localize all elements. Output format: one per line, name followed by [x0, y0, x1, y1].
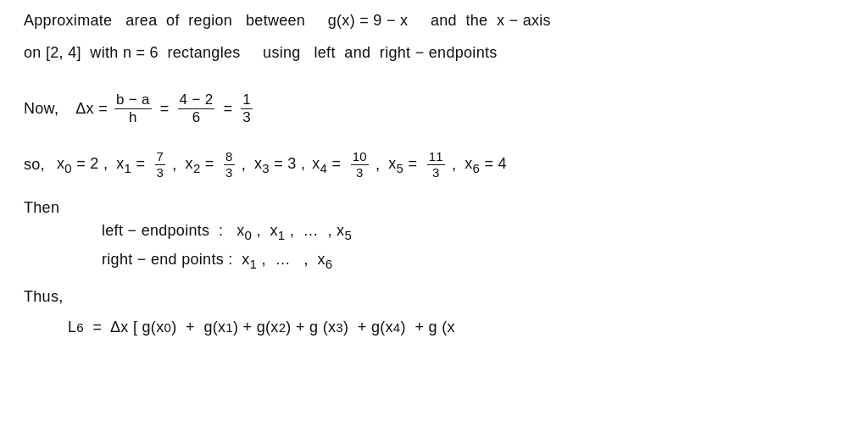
frac-b-minus-a-over-h: b − a h	[114, 92, 152, 127]
x6: x6 = 4	[465, 155, 507, 175]
x2: x2 =	[186, 155, 219, 175]
comma-1: ,	[172, 156, 176, 174]
frac-denominator-2: 6	[191, 109, 203, 126]
comma-4: ,	[452, 156, 456, 174]
now-label: Now,	[24, 100, 58, 118]
line-2: on [2, 4] with n = 6 rectangles using le…	[24, 44, 498, 62]
frac-1-over-3: 1 3	[241, 92, 253, 127]
comma-2: ,	[242, 156, 246, 174]
frac-4-minus-2-over-6: 4 − 2 6	[178, 92, 215, 127]
frac-8-den: 3	[224, 165, 235, 180]
frac-7-num: 7	[155, 149, 166, 165]
frac-denominator-1: h	[127, 109, 139, 126]
x4: x4 =	[312, 155, 345, 175]
math-content: Approximate area of region between g(x) …	[0, 0, 868, 427]
equals-2: =	[223, 100, 232, 118]
frac-7-3: 7 3	[155, 149, 166, 180]
so-label: so,	[24, 156, 45, 174]
x3: x3 = 3 ,	[254, 155, 305, 175]
line-6-formula: L6 = Δx [ g(x0) + g(x1) + g(x2) + g (x3)…	[68, 319, 455, 336]
x1: x1 =	[116, 155, 149, 175]
line-4: so, x0 = 2 , x1 = 7 3 , x2 = 8 3 , x3 = …	[24, 149, 510, 180]
line-5-right: right − end points : x1 , … , x6	[102, 251, 332, 271]
frac-10-den: 3	[354, 165, 365, 180]
frac-11-den: 3	[431, 165, 442, 180]
x0: x0 = 2 ,	[57, 155, 108, 175]
frac-numerator-1: b − a	[114, 92, 152, 109]
line-3: Now, Δx = b − a h = 4 − 2 6 = 1 3	[24, 92, 254, 127]
line-5-left: left − endpoints : x0 , x1 , … , x5	[102, 222, 352, 242]
delta-x-label: Δx =	[75, 100, 108, 118]
frac-8-3: 8 3	[224, 149, 235, 180]
line-6-thus: Thus,	[24, 288, 64, 306]
frac-11-num: 11	[427, 149, 445, 165]
frac-numerator-3: 1	[241, 92, 253, 109]
frac-denominator-3: 3	[241, 109, 253, 126]
equals-1: =	[160, 100, 170, 118]
page: Approximate area of region between g(x) …	[0, 0, 868, 427]
frac-8-num: 8	[224, 149, 235, 165]
frac-10-3: 10 3	[351, 149, 369, 180]
frac-11-3: 11 3	[427, 149, 445, 180]
x5: x5 =	[388, 155, 421, 175]
line-5-then: Then	[24, 199, 59, 217]
frac-10-num: 10	[351, 149, 369, 165]
frac-numerator-2: 4 − 2	[178, 92, 215, 109]
line-1: Approximate area of region between g(x) …	[24, 12, 551, 30]
comma-3: ,	[376, 156, 380, 174]
frac-7-den: 3	[155, 165, 166, 180]
